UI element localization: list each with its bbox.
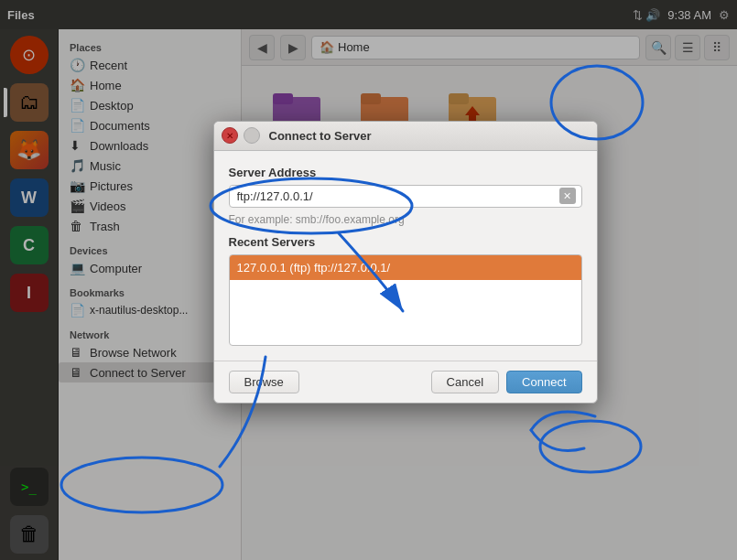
recent-servers-list: 127.0.0.1 (ftp) ftp://127.0.0.1/	[229, 254, 582, 346]
dialog-title: Connect to Server	[269, 129, 372, 143]
server-address-input[interactable]	[235, 186, 559, 207]
recent-server-item[interactable]: 127.0.0.1 (ftp) ftp://127.0.0.1/	[230, 255, 581, 280]
dialog-titlebar: ✕ Connect to Server	[214, 122, 597, 151]
dialog-close-button[interactable]: ✕	[222, 127, 238, 144]
dialog-overlay: ✕ Connect to Server Server Address ✕ For…	[0, 0, 737, 560]
connect-to-server-dialog: ✕ Connect to Server Server Address ✕ For…	[213, 121, 598, 404]
server-address-input-row[interactable]: ✕	[229, 185, 582, 208]
dialog-dot	[244, 127, 260, 144]
dialog-body: Server Address ✕ For example: smb://foo.…	[214, 151, 597, 361]
server-address-label: Server Address	[229, 166, 582, 179]
recent-server-text: 127.0.0.1 (ftp) ftp://127.0.0.1/	[237, 261, 391, 275]
recent-servers-label: Recent Servers	[229, 235, 582, 249]
server-hint: For example: smb://foo.example.org	[229, 213, 582, 226]
browse-button[interactable]: Browse	[229, 371, 299, 393]
dialog-footer: Browse Cancel Connect	[214, 361, 597, 403]
connect-button[interactable]: Connect	[506, 371, 581, 393]
cancel-button[interactable]: Cancel	[431, 371, 499, 393]
clear-input-button[interactable]: ✕	[559, 188, 576, 204]
